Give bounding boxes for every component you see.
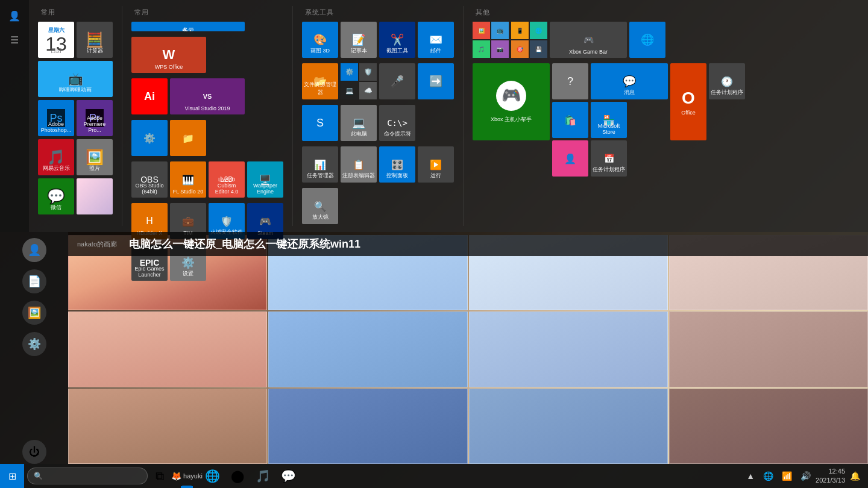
sgc-4: ☁️: [359, 82, 377, 99]
start-menu-content: 常用 星期六 13 日历 🧮 计算器 📺 哔哩哔哩动画: [29, 0, 868, 232]
og5: 📱: [511, 22, 529, 39]
sidebar-user-icon[interactable]: 👤: [22, 238, 46, 262]
tile-magnifier[interactable]: 🔍 放大镜: [302, 188, 338, 224]
tile-paint3d[interactable]: 🎨 画图 3D: [302, 22, 338, 58]
tile-fileexp[interactable]: 📂 文件资源管理器: [302, 63, 338, 99]
tile-files[interactable]: 📁: [170, 120, 206, 156]
sidebar-icon-list[interactable]: ☰: [5, 30, 24, 49]
category-common-2: 常用 多云 12° 〰 〰 〰 〰 〰 16° / 3°14° / 3°15° …: [131, 6, 283, 226]
tile-taskmgr[interactable]: 📊 任务管理器: [302, 146, 338, 183]
og1: 🖼️: [473, 22, 490, 39]
sidebar-settings-icon[interactable]: ⚙️: [22, 332, 46, 356]
category-label-common2: 常用: [131, 6, 283, 19]
tile-question[interactable]: ?: [552, 63, 588, 99]
tile-vs2019[interactable]: VS Visual Studio 2019: [170, 78, 245, 114]
tile-wechat[interactable]: 💬 微信: [38, 178, 74, 214]
steam-icon: 🎮: [259, 216, 271, 227]
taskbar-app-chrome[interactable]: ⬤: [225, 464, 250, 488]
divider-1: [122, 6, 122, 226]
photos-icon: 🖼️: [86, 150, 104, 164]
tile-thispc[interactable]: 💻 此电脑: [341, 105, 377, 141]
sidebar-photo-icon[interactable]: 🖼️: [22, 301, 46, 325]
tile-calendar[interactable]: 星期六 13 日历: [38, 22, 74, 58]
tile-clock[interactable]: 🕐 任务计划程序: [709, 63, 745, 99]
system-row1: 🎨 画图 3D 📝 记事本 ✂️ 截图工具 ✉️ 邮件: [302, 22, 454, 58]
xbox-bar-icon: 🎮: [583, 35, 594, 45]
sidebar-doc-icon[interactable]: 📄: [22, 269, 46, 293]
tile-netease[interactable]: 🎵 网易云音乐: [38, 139, 74, 175]
tiles-row-dev: W WPS Office: [131, 37, 283, 73]
tile-email[interactable]: ✉️ 邮件: [418, 22, 454, 58]
notification-icon[interactable]: 🔔: [848, 469, 862, 483]
tile-pr-label: Adobe Premiere Pro...: [78, 115, 112, 133]
taskbar-clock[interactable]: 12:45 2021/3/13: [816, 467, 845, 486]
tile-run[interactable]: ▶️ 运行: [418, 146, 454, 183]
wifi-icon[interactable]: 📶: [780, 469, 794, 483]
tile-flstudio[interactable]: 🎹 FL Studio 20: [170, 161, 206, 198]
system-tray: ▲ 🌐 📶 🔊: [744, 469, 813, 483]
tile-misc1[interactable]: ⚙️: [131, 120, 168, 156]
tile-control[interactable]: 🎛️ 控制面板: [379, 146, 415, 183]
chrome-taskbar-icon: ⬤: [231, 469, 244, 483]
sidebar-power-icon[interactable]: ⏻: [22, 440, 46, 464]
tile-premiere[interactable]: Pr Adobe Premiere Pro...: [77, 100, 113, 136]
taskbar-app-edge[interactable]: 🌐: [200, 464, 224, 488]
tile-bilibili[interactable]: 📺 哔哩哔哩动画: [38, 61, 113, 97]
tile-photoshop[interactable]: Ps Adobe Photoshop...: [38, 100, 74, 136]
left-apps-sidebar: 👤 📄 🖼️ ⚙️ ⏻: [0, 232, 68, 464]
og4: 📷: [491, 40, 509, 58]
tile-group-small[interactable]: ⚙️ 🛡️ 💻 ☁️: [341, 63, 377, 99]
taskbar-app-media[interactable]: 🎵: [251, 464, 275, 488]
tile-microphone[interactable]: 🎤: [379, 63, 415, 99]
taskbar-app-wechat[interactable]: 💬: [276, 464, 300, 488]
anime-img: [77, 178, 113, 214]
tile-photos[interactable]: 🖼️ 照片: [77, 139, 113, 175]
tile-office-label: Office: [681, 110, 695, 116]
tile-settings-label: 设置: [171, 270, 205, 278]
msg-icon: 💬: [623, 75, 636, 88]
tile-obs-label: OBS Studio (64bit): [133, 183, 166, 195]
tray-up-icon[interactable]: ▲: [744, 469, 756, 483]
tile-edge[interactable]: 🌐: [629, 22, 665, 58]
tile-cmd[interactable]: C:\> 命令提示符: [379, 105, 415, 141]
control-icon: 🎛️: [391, 159, 403, 170]
tile-ms-store[interactable]: 🏪 Microsoft Store: [591, 102, 627, 138]
tile-snipping[interactable]: ✂️ 截图工具: [379, 22, 415, 58]
tile-wps-label: WPS Office: [133, 64, 205, 70]
tile-office[interactable]: O Office: [670, 63, 706, 140]
tile-xbox-console[interactable]: 🎮 Xbox 主机小帮手: [473, 63, 550, 140]
task-view-button[interactable]: ⧉: [148, 464, 172, 488]
tile-obs[interactable]: OBS OBS Studio (64bit): [131, 161, 168, 198]
tile-wallpaper[interactable]: 🖥️ Wallpaper Engine: [247, 161, 283, 198]
other-col2: ? 🛍️ 👤: [552, 63, 588, 177]
tile-group-other1[interactable]: 🖼️ 📺 🎵 📷: [473, 22, 509, 58]
tile-live2d[interactable]: L2D Live2D Cubism Editor 4.0: [209, 161, 245, 198]
tile-notepad[interactable]: 📝 记事本: [341, 22, 377, 58]
tile-skype[interactable]: S: [302, 105, 338, 141]
tile-messages[interactable]: 💬 消息: [591, 63, 668, 99]
taskbar-search[interactable]: 🔍: [27, 468, 148, 484]
tile-arrow[interactable]: ➡️: [418, 63, 454, 99]
tile-calculator[interactable]: 🧮 计算器: [77, 22, 113, 58]
volume-icon[interactable]: 🔊: [799, 469, 813, 483]
skype-icon: S: [316, 117, 324, 130]
system-row4: 📊 任务管理器 📋 注册表编辑器 🎛️ 控制面板 ▶️ 运行: [302, 146, 454, 183]
sidebar-icon-user[interactable]: 👤: [5, 6, 24, 25]
tile-registry[interactable]: 📋 注册表编辑器: [341, 146, 377, 183]
start-button[interactable]: ⊞: [0, 464, 24, 488]
tile-xbox-bar[interactable]: 🎮 Xbox Game Bar: [550, 22, 627, 58]
photo-3-3: [469, 389, 668, 464]
tile-weather[interactable]: 多云 12° 〰 〰 〰 〰 〰 16° / 3°14° / 3°15° / 3…: [131, 22, 245, 31]
tile-group-other2[interactable]: 📱 🌐 🎯 💾: [511, 22, 547, 58]
wechat-icon: 💬: [47, 189, 65, 204]
tile-store-small[interactable]: 🛍️: [552, 102, 588, 138]
tile-person[interactable]: 👤: [552, 140, 588, 177]
tile-adobe[interactable]: Ai: [131, 78, 168, 114]
taskbar-app-hayuki[interactable]: 🦊 hayuki: [175, 464, 199, 488]
network-icon[interactable]: 🌐: [761, 469, 775, 483]
tile-wps[interactable]: W WPS Office: [131, 37, 206, 73]
tile-task-scheduler[interactable]: 📅 任务计划程序: [591, 140, 627, 177]
tile-control-label: 控制面板: [380, 172, 414, 180]
tile-photos-label: 照片: [78, 164, 112, 172]
tile-anime-img[interactable]: [77, 178, 113, 214]
